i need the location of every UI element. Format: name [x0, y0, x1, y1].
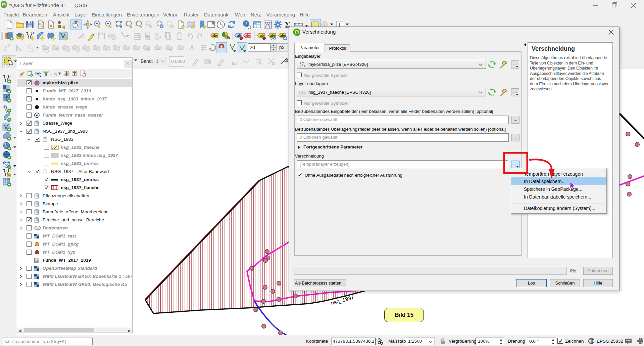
svg-text:abc: abc: [270, 34, 276, 37]
svg-text:px: px: [279, 45, 285, 50]
svg-text:i: i: [245, 21, 247, 26]
svg-text:20: 20: [250, 45, 255, 50]
svg-text:Band:: Band:: [141, 58, 153, 64]
svg-text:0,0000: 0,0000: [171, 59, 185, 64]
svg-text:ab: ab: [237, 34, 241, 37]
svg-text:1:1: 1:1: [147, 23, 150, 25]
svg-text:1: 1: [156, 58, 159, 64]
svg-text:a: a: [63, 26, 65, 29]
svg-text:ε: ε: [51, 71, 53, 76]
svg-text:abc: abc: [245, 34, 251, 37]
svg-text:,: ,: [6, 105, 8, 113]
svg-text:ab: ab: [260, 34, 263, 37]
svg-text:abc: abc: [212, 34, 218, 37]
